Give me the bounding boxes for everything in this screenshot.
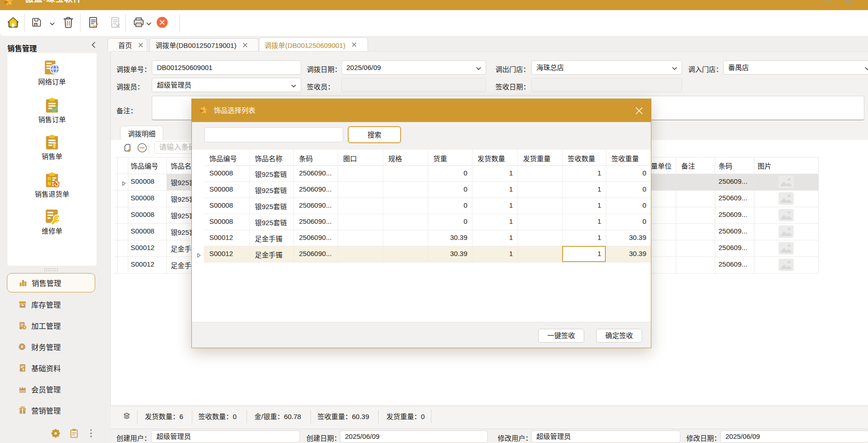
svg-text:¥: ¥ — [21, 344, 23, 349]
svg-text:¥: ¥ — [52, 142, 57, 150]
